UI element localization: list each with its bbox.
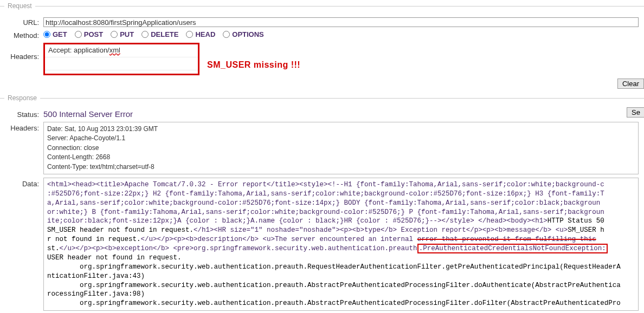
method-options-radio[interactable]: [223, 31, 230, 38]
method-put-radio[interactable]: [111, 31, 118, 38]
resp-header-connection: Connection: close: [47, 144, 635, 153]
send-button[interactable]: Se: [627, 107, 644, 118]
status-value: 500 Internal Server Error: [43, 109, 133, 119]
method-delete[interactable]: DELETE: [141, 30, 178, 38]
response-headers-label: Headers:: [0, 122, 43, 132]
resp-header-contentlength: Content-Length: 2668: [47, 153, 635, 162]
method-get[interactable]: GET: [43, 30, 67, 38]
resp-header-contenttype: Content-Type: text/html;charset=utf-8: [47, 162, 635, 172]
clear-button[interactable]: Clear: [617, 79, 644, 89]
method-head-radio[interactable]: [186, 31, 193, 38]
method-options[interactable]: OPTIONS: [223, 30, 264, 38]
method-post-radio[interactable]: [75, 31, 82, 38]
annotation-strike: error that prevented it from fulfilling …: [417, 236, 596, 243]
headers-label: Headers:: [0, 43, 43, 61]
headers-row: Accept: application/xml: [45, 44, 198, 57]
url-input[interactable]: [43, 17, 639, 27]
headers-row-empty: [45, 57, 198, 70]
method-radios: GET POST PUT DELETE HEAD OPTIONS: [43, 30, 264, 38]
method-label: Method:: [0, 30, 43, 40]
status-label: Status:: [0, 109, 43, 119]
response-headers-box: Date: Sat, 10 Aug 2013 23:01:39 GMT Serv…: [43, 122, 639, 174]
request-legend: Request: [4, 2, 35, 10]
method-head[interactable]: HEAD: [186, 30, 215, 38]
request-fieldset: Request URL: Method: GET POST PUT DELETE…: [0, 2, 644, 89]
data-box[interactable]: <html><head><title>Apache Tomcat/7.0.32 …: [43, 178, 639, 311]
response-fieldset: Response Status: 500 Internal Server Err…: [0, 94, 644, 313]
method-put[interactable]: PUT: [111, 30, 134, 38]
method-post[interactable]: POST: [75, 30, 103, 38]
headers-input[interactable]: Accept: application/xml: [43, 43, 199, 75]
resp-header-server: Server: Apache-Coyote/1.1: [47, 134, 635, 143]
annotation-missing: SM_USER missing !!!: [207, 60, 300, 70]
annotation-exception-box: .PreAuthenticatedCredentialsNotFoundExce…: [417, 244, 608, 253]
response-legend: Response: [4, 94, 40, 102]
url-label: URL:: [0, 17, 43, 27]
data-label: Data:: [0, 178, 43, 188]
method-delete-radio[interactable]: [141, 31, 149, 38]
method-get-radio[interactable]: [43, 31, 50, 38]
resp-header-date: Date: Sat, 10 Aug 2013 23:01:39 GMT: [47, 125, 635, 134]
